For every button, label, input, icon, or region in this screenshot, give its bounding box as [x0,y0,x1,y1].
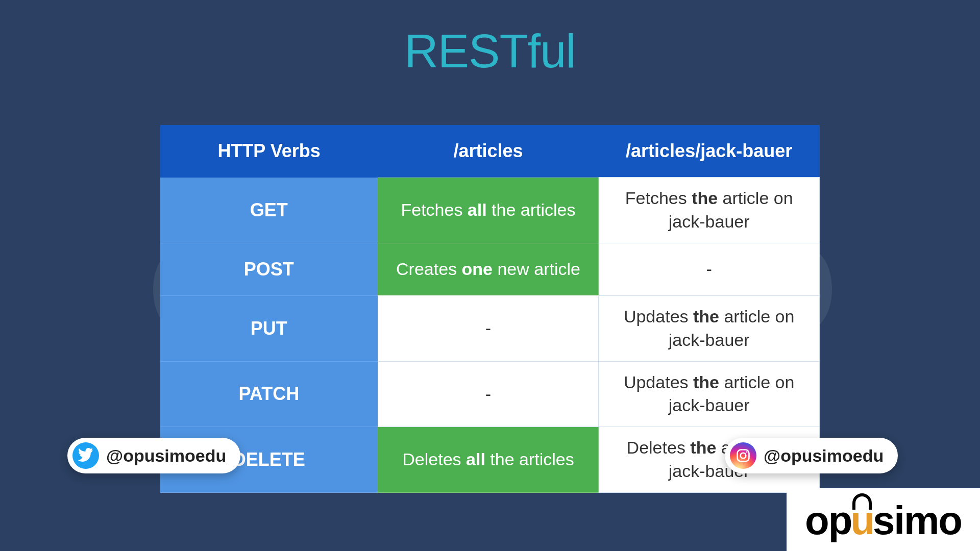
header-collection: /articles [378,125,599,178]
collection-cell: - [378,295,599,361]
svg-point-1 [741,453,746,459]
verb-cell: GET [160,178,378,243]
verb-cell: POST [160,243,378,295]
collection-cell: Deletes all the articles [378,427,599,493]
svg-point-2 [746,452,748,453]
table-row: GETFetches all the articlesFetches the a… [160,178,820,243]
page-title: RESTful [0,0,980,78]
verb-cell: PUT [160,295,378,361]
instagram-handle: @opusimoedu [764,446,884,466]
collection-cell: Fetches all the articles [378,178,599,243]
rest-table: HTTP Verbs /articles /articles/jack-baue… [160,125,820,493]
collection-cell: - [378,361,599,427]
table-row: PATCH-Updates the article on jack-bauer [160,361,820,427]
instagram-pill: @opusimoedu [725,438,898,473]
item-cell: Fetches the article on jack-bauer [599,178,820,243]
table-header-row: HTTP Verbs /articles /articles/jack-baue… [160,125,820,178]
instagram-icon [730,442,756,469]
logo-u: u [850,497,874,544]
logo-pre: op [805,497,851,544]
table-row: PUT-Updates the article on jack-bauer [160,295,820,361]
collection-cell: Creates one new article [378,243,599,295]
table-row: DELETEDeletes all the articlesDeletes th… [160,427,820,493]
header-item: /articles/jack-bauer [599,125,820,178]
verb-cell: PATCH [160,361,378,427]
item-cell: Updates the article on jack-bauer [599,295,820,361]
brand-logo: op u simo [787,488,980,551]
logo-post: simo [873,497,962,544]
twitter-handle: @opusimoedu [106,446,226,466]
item-cell: - [599,243,820,295]
table-row: POSTCreates one new article- [160,243,820,295]
item-cell: Updates the article on jack-bauer [599,361,820,427]
header-verbs: HTTP Verbs [160,125,378,178]
twitter-pill: @opusimoedu [67,438,240,473]
twitter-icon [72,442,99,469]
